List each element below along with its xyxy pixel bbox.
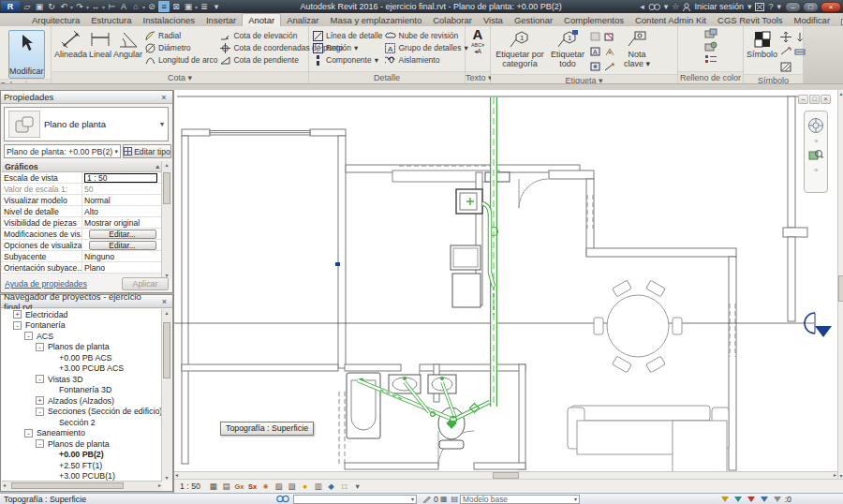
favorites-icon[interactable]: ☆: [672, 2, 679, 11]
view-scale-button[interactable]: 1 : 50: [180, 482, 200, 491]
switch-windows-dropdown-icon[interactable]: ▾: [195, 4, 198, 10]
pipe-legend-icon[interactable]: [704, 41, 717, 52]
undo-dropdown-icon[interactable]: ▾: [70, 4, 73, 10]
help-icon[interactable]: ?: [768, 2, 773, 11]
tab-complementos[interactable]: Complementos: [558, 14, 629, 26]
kitchen-sink[interactable]: [456, 189, 482, 214]
tab-vista[interactable]: Vista: [478, 14, 509, 26]
redo-icon[interactable]: ↷: [74, 1, 85, 12]
view-restore-icon[interactable]: □: [809, 95, 820, 104]
apply-button[interactable]: Aplicar: [122, 277, 169, 290]
multi-category-tag-icon[interactable]: [589, 30, 602, 44]
user-interface-icon[interactable]: ≣: [199, 1, 210, 12]
selection-filter-icon[interactable]: [774, 497, 781, 502]
tree-item-alzados[interactable]: +Alzados (Alzados): [2, 395, 162, 407]
tree-item-000-pb-acs[interactable]: +0.00 PB ACS: [2, 352, 162, 363]
room-tag-icon[interactable]: [603, 45, 616, 59]
duct-legend-icon[interactable]: [704, 28, 717, 39]
tab-estructura[interactable]: Estructura: [85, 14, 137, 26]
arc-length-dim-button[interactable]: Longitud de arco: [144, 55, 217, 66]
scroll-down-icon[interactable]: ▾: [838, 472, 843, 479]
floor-plan[interactable]: [174, 90, 837, 471]
find-replace-icon[interactable]: ◂A: [474, 48, 481, 55]
canvas-horizontal-scrollbar[interactable]: ◂ ▸: [174, 471, 837, 479]
scrollbar-thumb[interactable]: [163, 172, 170, 204]
tree-item-300-pcub1[interactable]: +3.00 PCUB(1): [2, 471, 162, 482]
view-reference-icon[interactable]: [603, 60, 616, 74]
tree-item-fontaneria-3d[interactable]: Fontanería 3D: [2, 385, 162, 396]
scroll-down-icon[interactable]: ▾: [162, 474, 171, 481]
type-selector[interactable]: Plano de planta ▾: [4, 107, 169, 141]
browser-vertical-scrollbar[interactable]: ▴ ▾: [161, 309, 171, 481]
property-row[interactable]: Visualizar modeloNormal: [2, 195, 162, 206]
steering-wheel-icon[interactable]: [807, 117, 824, 134]
exchange-apps-icon[interactable]: [755, 3, 764, 11]
section-marker[interactable]: [805, 313, 832, 337]
visual-style-icon[interactable]: ▤: [221, 482, 231, 491]
view-minimize-icon[interactable]: –: [798, 95, 808, 104]
graphics-group-header[interactable]: Gráficos ▴: [2, 161, 162, 172]
tree-item-secciones[interactable]: -Secciones (Sección de edificio): [2, 407, 162, 418]
scrollbar-thumb[interactable]: [838, 275, 843, 302]
aligned-dimension-icon[interactable]: ⊢: [106, 1, 117, 12]
tree-item-acs[interactable]: -ACS: [2, 331, 162, 342]
properties-scrollbar[interactable]: ▴ ▾: [161, 161, 171, 278]
edit-visibility-button[interactable]: Editar...: [89, 230, 156, 239]
rendering-icon[interactable]: ☀: [260, 482, 271, 491]
tab-modificar[interactable]: Modificar: [789, 14, 836, 26]
3d-dropdown-icon[interactable]: ▾: [142, 4, 145, 10]
reveal-hidden-icon[interactable]: ●: [300, 482, 310, 491]
open-icon[interactable]: ▱: [22, 1, 33, 12]
property-row[interactable]: Visibilidad de piezasMostrar original: [2, 217, 162, 229]
property-row[interactable]: Opciones de visualiza...Editar...: [2, 240, 162, 251]
radial-dim-button[interactable]: Radial: [144, 31, 217, 41]
tab-cgs-revit-tools[interactable]: CGS Revit Tools: [712, 14, 789, 26]
property-row[interactable]: Modificaciones de vis...Editar...: [2, 229, 162, 240]
group-collapse-icon[interactable]: ▴: [155, 163, 159, 170]
collapse-infocenter-icon[interactable]: ◂: [640, 2, 644, 11]
close-project-browser-icon[interactable]: ×: [159, 297, 170, 306]
scroll-right-icon[interactable]: ▸: [834, 471, 836, 479]
canvas-vertical-scrollbar[interactable]: ▴ ▾: [837, 90, 843, 479]
scroll-left-icon[interactable]: ◂: [3, 482, 6, 490]
scrollbar-thumb[interactable]: [493, 472, 519, 479]
undo-icon[interactable]: ↶: [58, 1, 69, 12]
reveal-constraints-icon[interactable]: □: [339, 482, 349, 491]
tab-analizar[interactable]: Analizar: [281, 14, 324, 26]
panel-label-texto[interactable]: Texto ▾: [466, 71, 490, 83]
tree-item-saneamiento[interactable]: -Saneamiento: [2, 428, 162, 439]
sign-in-button[interactable]: Iniciar sesión: [694, 2, 744, 11]
tab-colaborar[interactable]: Colaborar: [427, 14, 478, 26]
section-icon[interactable]: ⊘: [146, 1, 157, 12]
dining-table[interactable]: [594, 280, 682, 373]
exclude-options-filter-icon[interactable]: [721, 497, 729, 502]
insulation-button[interactable]: Aislamiento: [385, 55, 468, 66]
select-underlay-filter-icon[interactable]: [747, 497, 755, 502]
revit-logo-icon[interactable]: R: [1, 1, 20, 12]
scale-input[interactable]: 1 : 50: [84, 173, 157, 183]
scroll-up-icon[interactable]: ▴: [838, 90, 843, 96]
browser-horizontal-scrollbar[interactable]: ◂ ▸: [2, 481, 162, 490]
region-dropdown-icon[interactable]: ▾: [354, 43, 358, 53]
design-options-icon[interactable]: ▦: [440, 495, 448, 503]
tree-item-seccion-2[interactable]: Sección 2: [2, 417, 162, 428]
component-dropdown-icon[interactable]: ▾: [375, 55, 378, 66]
region-button[interactable]: Región ▾: [312, 43, 383, 53]
crop-view-icon[interactable]: ▧: [274, 482, 284, 491]
instance-combo[interactable]: Plano de planta: +0.00 PB(2) ▾: [4, 144, 121, 158]
edit-type-button[interactable]: Editar tipo: [123, 144, 171, 158]
temporary-hide-icon[interactable]: ▥: [313, 482, 323, 491]
switch-windows-icon[interactable]: ▣: [183, 1, 194, 12]
span-direction-icon[interactable]: [779, 30, 792, 44]
worksharing-icon[interactable]: [276, 495, 289, 503]
material-tag-icon[interactable]: [603, 30, 616, 44]
properties-help-link[interactable]: Ayuda de propiedades: [5, 279, 87, 289]
tree-item-000-pb2-current[interactable]: +0.00 PB(2): [2, 450, 162, 461]
editable-only-icon[interactable]: [422, 495, 432, 503]
close-button[interactable]: ×: [821, 2, 841, 12]
combo-dropdown-icon[interactable]: ▾: [574, 496, 577, 502]
main-model-icon[interactable]: ▤: [451, 495, 458, 503]
property-row[interactable]: Escala de vista1 : 50: [2, 172, 162, 184]
text-icon[interactable]: A: [118, 1, 129, 12]
property-row[interactable]: Orientación subyace...Plano: [2, 262, 162, 274]
